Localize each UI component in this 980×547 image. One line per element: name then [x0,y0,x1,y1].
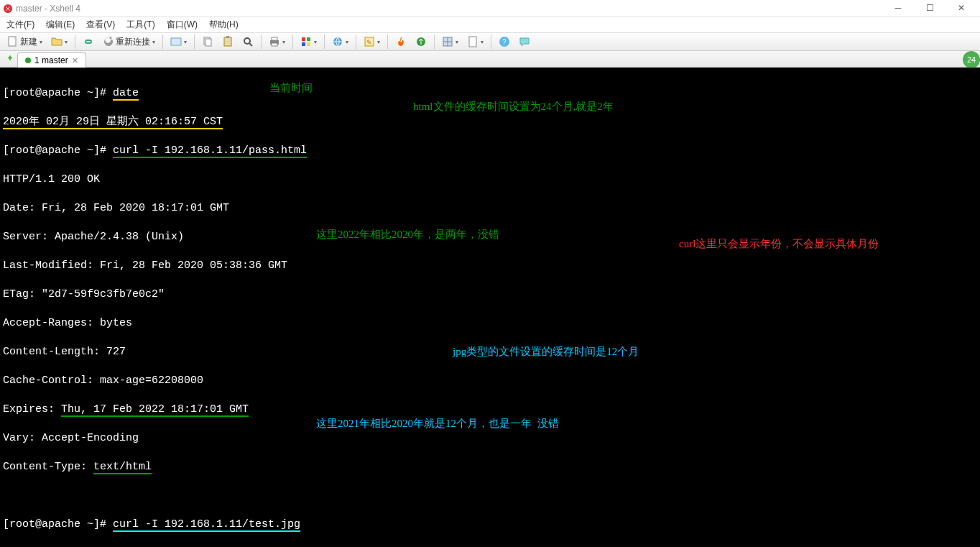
globe-button[interactable]: ▾ [329,33,351,50]
annotation-curl-note: curl这里只会显示年份，不会显示具体月份 [679,236,909,251]
new-icon [7,36,19,47]
connect-button[interactable] [80,33,97,50]
new-button[interactable]: 新建▾ [4,33,45,50]
cmd-date: date [113,87,139,101]
annotation-jpg-cache: jpg类型的文件设置的缓存时间是12个月 [453,344,639,359]
status-dot-icon [25,58,31,63]
annotation-current-time: 当前时间 [269,81,313,95]
session-count-badge: 24 [963,51,980,68]
svg-rect-5 [205,39,211,46]
bubble-icon [519,36,530,47]
help-button[interactable]: ? [496,33,513,50]
script-button[interactable]: ✎▾ [361,33,383,50]
minimize-button[interactable]: ─ [882,0,914,17]
svg-rect-6 [224,37,231,46]
tab-label: 1 master [34,55,68,65]
menu-tools[interactable]: 工具(T) [124,17,157,32]
paste-icon [222,36,234,47]
doc-icon [467,36,479,47]
svg-point-8 [244,38,250,44]
ascii-button[interactable]: ▾ [439,33,461,50]
menu-edit[interactable]: 编辑(E) [44,17,77,32]
copy-button[interactable] [199,33,216,50]
xftp-button[interactable] [412,33,430,50]
ftp-button[interactable] [392,33,410,50]
svg-rect-16 [307,42,310,46]
script-icon: ✎ [364,36,375,47]
tab-close-button[interactable]: ✕ [72,56,78,65]
close-button[interactable]: ✕ [946,0,977,17]
svg-rect-7 [226,36,229,38]
maximize-button[interactable]: ☐ [914,0,946,17]
date-output: 2020年 02月 29日 星期六 02:16:57 CST [3,116,223,129]
print-button[interactable]: ▾ [266,33,288,50]
palette-icon [300,36,312,47]
annotation-html-cache: html文件的缓存时间设置为24个月,就是2年 [413,99,614,114]
window-title-bar: master - Xshell 4 ─ ☐ ✕ [0,0,980,17]
menu-window[interactable]: 窗口(W) [165,17,200,32]
terminal[interactable]: [root@apache ~]# date 2020年 02月 29日 星期六 … [0,68,980,547]
svg-rect-24 [469,37,476,47]
profile-button[interactable]: ▾ [167,33,190,50]
color-button[interactable]: ▾ [297,33,320,50]
svg-rect-3 [171,38,181,45]
annotation-2021: 这里2021年相比2020年就是12个月，也是一年 没错 [316,416,559,431]
tab-bar: + 1 master ✕ 24 [0,51,980,68]
cmd-curl-html: curl -I 192.168.1.11/pass.html [113,144,307,158]
menu-view[interactable]: 查看(V) [84,17,117,32]
svg-line-9 [249,43,252,46]
toolbar: 新建▾ ▾ 重新连接▾ ▾ ▾ ▾ ▾ ✎▾ ▾ ▾ ? [0,32,980,51]
open-button[interactable]: ▾ [48,33,70,50]
expires-html: Thu, 17 Feb 2022 18:17:01 GMT [61,403,249,417]
grid-icon [442,36,453,47]
link-icon [83,36,94,47]
help-icon: ? [499,36,510,47]
fire-icon [395,36,407,47]
svg-rect-15 [302,42,305,46]
paste-button[interactable] [219,33,236,50]
copy-icon [202,36,213,47]
chat-button[interactable] [516,33,533,50]
menu-bar: 文件(F) 编辑(E) 查看(V) 工具(T) 窗口(W) 帮助(H) [0,17,980,32]
menu-help[interactable]: 帮助(H) [207,17,241,32]
printer-icon [269,36,280,47]
svg-text:?: ? [502,38,507,46]
misc-button[interactable]: ▾ [464,33,486,50]
annotation-2022: 这里2022年相比2020年，是两年，没错 [316,227,499,242]
window-title: master - Xshell 4 [16,4,80,14]
folder-icon [51,36,63,47]
svg-rect-13 [302,37,305,41]
svg-rect-11 [272,37,277,40]
reconnect-button[interactable]: 重新连接▾ [100,33,158,50]
type-html: text/html [93,461,152,474]
svg-text:✎: ✎ [366,39,372,46]
search-icon [242,36,254,47]
app-icon [3,4,13,14]
svg-rect-14 [307,37,310,41]
refresh-icon [103,36,114,47]
transfer-icon [415,36,427,47]
globe-icon [332,36,343,47]
tab-master[interactable]: 1 master ✕ [17,52,86,68]
menu-file[interactable]: 文件(F) [4,17,37,32]
find-button[interactable] [239,33,256,50]
card-icon [170,36,182,47]
cmd-curl-jpg: curl -I 192.168.1.11/test.jpg [113,518,300,532]
svg-rect-12 [272,43,277,46]
new-tab-button[interactable]: + [3,51,17,65]
